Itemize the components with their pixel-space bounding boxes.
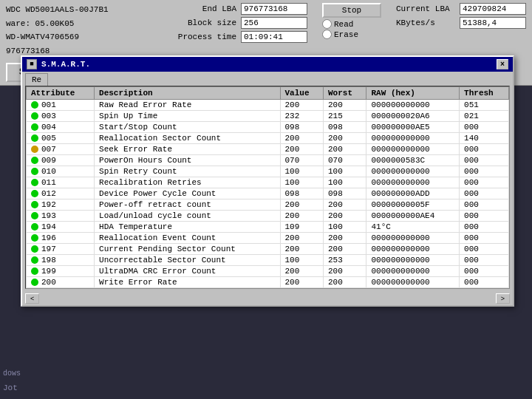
process-time-input[interactable]	[241, 31, 307, 43]
attr-worst: 253	[324, 255, 366, 266]
table-row: 194 HDA Temperature 109 100 41°C 000	[27, 222, 509, 233]
status-dot	[31, 112, 38, 120]
current-lba-row: Current LBA	[396, 3, 526, 15]
attr-value: 200	[280, 266, 323, 277]
attr-worst: 200	[324, 144, 366, 155]
status-dot	[31, 212, 38, 219]
table-row: 192 Power-off retract count 200 200 0000…	[27, 200, 509, 211]
read-radio[interactable]	[322, 19, 332, 29]
attr-description: Reallocation Sector Count	[95, 133, 280, 144]
table-row: 012 Device Power Cycle Count 098 098 000…	[27, 188, 509, 200]
attr-raw: 000000000000	[366, 244, 460, 255]
attr-description: Spin Retry Count	[95, 166, 280, 177]
status-dot	[31, 179, 38, 186]
attr-description: Uncorrectable Sector Count	[95, 255, 280, 266]
end-lba-input[interactable]	[241, 3, 307, 15]
block-size-input[interactable]	[241, 17, 307, 29]
stop-button[interactable]: Stop	[322, 3, 381, 18]
attr-worst: 215	[324, 111, 366, 122]
attr-thresh: 000	[460, 177, 509, 188]
attr-description: Load/unload cycle count	[95, 211, 280, 222]
table-row: 196 Reallocation Event Count 200 200 000…	[27, 233, 509, 244]
erase-label: Erase	[334, 30, 358, 39]
attr-thresh: 051	[460, 100, 509, 111]
attr-worst: 200	[324, 266, 366, 277]
table-row: 198 Uncorrectable Sector Count 100 253 0…	[27, 255, 509, 266]
table-row: 007 Seek Error Rate 200 200 000000000000…	[27, 144, 509, 155]
attr-worst: 200	[324, 211, 366, 222]
status-dot	[31, 279, 38, 286]
kbytes-row: KBytes/s	[396, 17, 526, 29]
firmware: ware: 05.00K05	[6, 17, 74, 31]
tab-area: Re	[22, 72, 513, 86]
dialog-title-left: ■ S.M.A.R.T.	[27, 59, 90, 69]
attr-id: 197	[41, 245, 56, 253]
attr-thresh: 000	[460, 255, 509, 266]
scrollbar-row: < >	[22, 292, 513, 305]
attr-raw: 000000000000	[366, 277, 460, 288]
attr-description: Current Pending Sector Count	[95, 244, 280, 255]
attr-id-cell: 197	[27, 244, 95, 255]
status-dot	[31, 134, 38, 142]
windows-label: dows	[0, 369, 24, 378]
block-size-row: Block size	[177, 17, 307, 29]
attr-description: Reallocation Event Count	[95, 233, 280, 244]
attr-raw: 000000000ADD	[366, 188, 460, 200]
radio-group: Read Erase	[322, 19, 381, 39]
table-row: 200 Write Error Rate 200 200 00000000000…	[27, 277, 509, 288]
attr-id: 003	[41, 112, 56, 120]
current-lba-input[interactable]	[460, 3, 526, 15]
col-thresh: Thresh	[460, 87, 509, 100]
attr-worst: 200	[324, 100, 366, 111]
attr-id: 004	[41, 123, 56, 132]
table-row: 199 UltraDMA CRC Error Count 200 200 000…	[27, 266, 509, 277]
attr-value: 200	[280, 100, 323, 111]
attr-raw: 000000000000	[366, 177, 460, 188]
status-dot	[31, 223, 38, 231]
attr-description: Power-off retract count	[95, 200, 280, 211]
attr-raw: 000000000000	[366, 100, 460, 111]
attr-thresh: 000	[460, 144, 509, 155]
process-time-label: Process time	[177, 33, 236, 41]
status-dot	[31, 245, 38, 253]
attr-id: 199	[41, 267, 56, 276]
attr-thresh: 000	[460, 244, 509, 255]
attr-raw: 000000000AE5	[366, 122, 460, 133]
attr-id: 012	[41, 189, 56, 198]
scroll-left-button[interactable]: <	[25, 293, 39, 304]
table-header-row: Attribute Description Value Worst RAW (h…	[27, 87, 509, 100]
attr-thresh: 000	[460, 122, 509, 133]
attr-description: HDA Temperature	[95, 222, 280, 233]
re-tab[interactable]: Re	[25, 73, 48, 86]
kbytes-input[interactable]	[460, 17, 526, 29]
erase-radio[interactable]	[322, 30, 332, 39]
attr-value: 200	[280, 277, 323, 288]
attr-id: 001	[41, 100, 56, 109]
dialog-title: S.M.A.R.T.	[41, 60, 90, 69]
col-attribute: Attribute	[27, 87, 95, 100]
attr-id-cell: 003	[27, 111, 95, 122]
status-dot	[31, 267, 38, 275]
attr-description: PowerOn Hours Count	[95, 155, 280, 166]
attr-value: 200	[280, 144, 323, 155]
attr-description: Recalibration Retries	[95, 177, 280, 188]
kbytes-label: KBytes/s	[396, 18, 455, 27]
attr-id: 192	[41, 200, 56, 209]
col-worst: Worst	[324, 87, 366, 100]
attr-raw: 0000000583C	[366, 155, 460, 166]
smart-table-container[interactable]: Attribute Description Value Worst RAW (h…	[25, 86, 510, 289]
smart-table: Attribute Description Value Worst RAW (h…	[26, 86, 509, 288]
attr-thresh: 140	[460, 133, 509, 144]
attr-id: 009	[41, 156, 56, 165]
attr-thresh: 000	[460, 166, 509, 177]
attr-id-cell: 010	[27, 166, 95, 177]
attr-worst: 098	[324, 122, 366, 133]
attr-value: 200	[280, 233, 323, 244]
table-row: 004 Start/Stop Count 098 098 000000000AE…	[27, 122, 509, 133]
attr-thresh: 000	[460, 233, 509, 244]
close-button[interactable]: ×	[497, 59, 508, 69]
attr-id-cell: 012	[27, 188, 95, 200]
table-row: 001 Raw Read Error Rate 200 200 00000000…	[27, 100, 509, 111]
scroll-right-button[interactable]: >	[496, 293, 510, 304]
attr-raw: 000000000000	[366, 133, 460, 144]
